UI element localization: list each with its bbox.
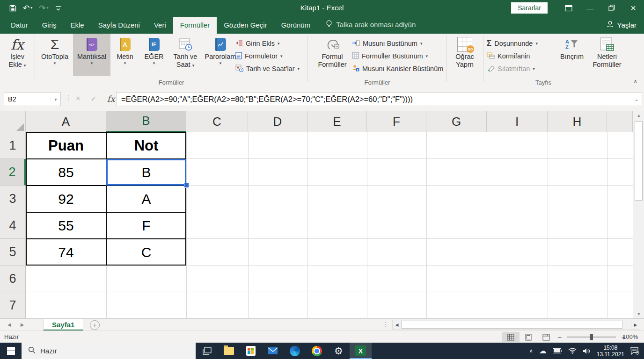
wifi-icon[interactable] [568,348,577,354]
cell-b3[interactable]: A [106,186,186,212]
tab-gorunum[interactable]: Görünüm [274,17,318,34]
cancel-icon[interactable]: × [76,94,80,103]
zoom-slider-thumb[interactable] [590,334,593,340]
spreadsheet-grid[interactable]: A B C D E F G I H 1 2 3 4 5 6 7 Puan Not… [0,111,633,318]
formula-input[interactable]: =EĞER(A2>=90;"A";EĞER(A2>=80;"B";EĞER(A2… [116,92,642,106]
vertical-scrollbar[interactable]: ▲ ▼ [633,111,644,318]
close-button[interactable]: × [622,0,644,16]
grid-body[interactable]: Puan Not 85 B 92 A 55 F 74 C [26,132,633,318]
column-header-partial[interactable] [607,111,633,132]
tell-me-box[interactable]: Talka arak onması adiyün [326,20,416,34]
show-formulas-button[interactable]: Formüller Büstünüm [352,51,443,61]
sort-filter-button[interactable]: AZ Bınçrım [556,34,588,76]
new-sheet-button[interactable]: + [90,320,100,330]
share-button[interactable]: Sararlar [511,2,548,14]
row-header-6[interactable]: 6 [0,266,26,292]
cell-a5[interactable]: 74 [26,239,106,266]
volume-icon[interactable] [583,348,591,354]
date-time-functions-button[interactable]: Tarih ve Saat'lar [235,64,300,73]
onedrive-cloud-icon[interactable]: ☁ [539,346,547,355]
horizontal-scrollbar[interactable]: ◀ ▶ [392,320,640,330]
zoom-percentage[interactable]: 100% [622,333,638,340]
cell-a4[interactable]: 55 [26,212,106,239]
silatmiftan-button[interactable]: Sılatmıftan [487,64,538,73]
calculation-options-button[interactable]: Σ Doşunnunde [487,39,538,48]
tab-sayfa-duzeni[interactable]: Sayfa Düzeni [91,17,147,34]
insert-function-button[interactable]: fx İşlev Ekle [2,34,33,76]
tab-formuller[interactable]: Formüller [173,17,217,34]
tray-expand-icon[interactable]: ∧ [529,348,533,354]
taskbar-search-box[interactable]: Hazır [22,343,196,359]
watch-window-button[interactable]: GO OğracYaprn [447,34,482,76]
taskbar-clock[interactable]: 15:08 13.11.2021 [597,345,624,358]
tab-gozden-gecir[interactable]: Gözden Geçir [217,17,274,34]
autosum-button[interactable]: Σ OtoTopla [37,34,73,76]
row-header-3[interactable]: 3 [0,186,26,212]
logical-button[interactable]: </> Mantıksal [73,34,110,76]
settings-button[interactable]: ⚙ [328,343,350,359]
zoom-slider[interactable] [567,337,616,337]
battery-icon[interactable] [553,348,562,353]
row-header-4[interactable]: 4 [0,212,26,239]
chrome-button[interactable] [306,343,328,359]
kormifanin-button[interactable]: Kormifanin [487,51,538,61]
page-layout-view-button[interactable] [520,332,537,342]
trace-formulas-button[interactable]: FormulFormüller [314,34,351,76]
if-button[interactable]: IF EĞER [139,34,168,76]
cell-a2[interactable]: 85 [26,159,106,186]
text-button[interactable]: A Metin [110,34,139,76]
cell-a3[interactable]: 92 [26,186,106,212]
cell-b5[interactable]: C [106,239,186,266]
ribbon-display-options-icon[interactable] [558,0,579,16]
cell-b1[interactable]: Not [106,132,186,159]
select-all-corner[interactable] [0,111,26,132]
excel-taskbar-button[interactable]: X [350,343,372,359]
file-explorer-button[interactable] [218,343,240,359]
row-header-1[interactable]: 1 [0,132,26,159]
tab-datur[interactable]: Datur [4,17,35,34]
tab-ekle[interactable]: Ekle [64,17,91,34]
column-header-e[interactable]: E [307,111,367,132]
enter-icon[interactable]: ✓ [90,94,96,103]
cell-b2[interactable]: B [106,159,186,186]
edge-button[interactable] [284,343,306,359]
name-box-dropdown-icon[interactable]: ▾ [51,97,60,102]
error-checking-button[interactable]: Musunı Kanisler Büstünüm [352,64,443,73]
normal-view-button[interactable] [502,332,520,342]
account-button[interactable]: Yaşlar [606,20,637,29]
more-functions-button[interactable]: Girin Ekls [235,39,300,48]
action-center-icon[interactable] [630,347,639,355]
tab-giris[interactable]: Giriş [35,17,64,34]
scroll-right-icon[interactable]: ▶ [631,320,640,329]
netleri-formuller-button[interactable]: NetleriFormüller [589,34,625,76]
microsoft-store-button[interactable] [240,343,262,359]
row-header-2[interactable]: 2 [0,159,26,186]
name-box[interactable]: B2 ▾ [4,92,61,106]
formuletor-button[interactable]: Formületor [235,51,300,61]
formula-bar-splitter[interactable]: ⋮ [66,94,72,101]
scroll-left-icon[interactable]: ◀ [393,320,402,329]
next-sheet-icon[interactable]: ▶ [21,322,24,327]
insert-function-icon[interactable]: fx [107,94,115,104]
prev-sheet-icon[interactable]: ◀ [7,322,11,327]
vertical-scroll-thumb[interactable] [635,121,643,201]
mail-button[interactable] [262,343,284,359]
tab-scroll-splitter[interactable]: ⋮ [383,321,388,328]
column-header-g[interactable]: G [426,111,487,132]
cell-b4[interactable]: F [106,212,186,239]
start-button[interactable] [0,343,22,359]
column-header-a[interactable]: A [26,111,106,132]
lookup-button[interactable]: Parorolam [202,34,239,76]
scroll-up-icon[interactable]: ▲ [633,111,644,120]
tab-veri[interactable]: Veri [147,17,173,34]
row-header-7[interactable]: 7 [0,292,26,318]
column-header-f[interactable]: F [367,111,426,132]
column-header-d[interactable]: D [248,111,307,132]
page-break-view-button[interactable] [537,332,555,342]
restore-button[interactable] [601,0,622,16]
scroll-down-icon[interactable]: ▼ [633,309,644,318]
column-header-i[interactable]: I [487,111,548,132]
task-view-button[interactable] [196,343,218,359]
collapse-ribbon-icon[interactable]: ∧ [633,78,637,85]
horizontal-scroll-thumb[interactable] [402,321,622,329]
